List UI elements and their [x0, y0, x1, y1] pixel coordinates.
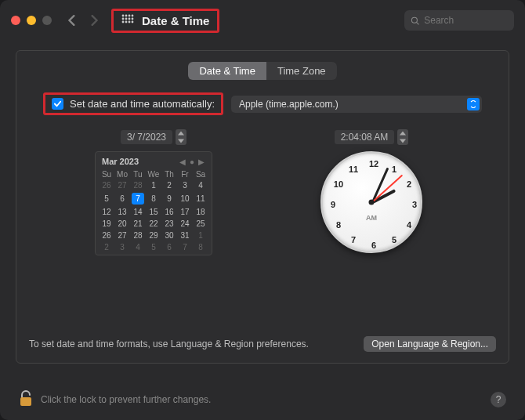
clock-number: 11 [349, 165, 358, 174]
svg-point-12 [411, 17, 417, 23]
show-all-icon[interactable] [121, 14, 134, 27]
forward-button[interactable] [86, 13, 102, 28]
calendar-day[interactable]: 9 [161, 191, 177, 206]
svg-point-10 [129, 21, 131, 24]
minimize-window-button[interactable] [27, 16, 36, 25]
cal-today-icon[interactable]: ● [188, 158, 196, 165]
calendar-day[interactable]: 26 [99, 230, 114, 241]
search-icon [411, 16, 419, 26]
clock-number: 4 [407, 220, 411, 230]
back-button[interactable] [64, 13, 80, 28]
calendar-day[interactable]: 22 [146, 218, 161, 230]
calendar-day[interactable]: 8 [193, 241, 208, 253]
auto-time-highlight: Set date and time automatically: [43, 92, 223, 115]
lock-hint-text: Click the lock to prevent further change… [41, 394, 211, 405]
date-field[interactable]: 3/ 7/2023 [121, 130, 172, 144]
calendar-day[interactable]: 8 [146, 191, 161, 206]
cal-prev-icon[interactable]: ◀ [179, 158, 186, 165]
calendar-day[interactable]: 4 [130, 241, 146, 253]
calendar-day[interactable]: 25 [193, 218, 208, 230]
calendar-day[interactable]: 10 [177, 191, 193, 206]
time-server-combo[interactable]: Apple (time.apple.com.) [231, 96, 482, 113]
calendar-dow: Mo [114, 169, 130, 179]
calendar-day[interactable]: 1 [146, 179, 161, 191]
date-stepper[interactable] [176, 129, 186, 145]
svg-point-3 [132, 15, 134, 17]
svg-point-8 [122, 21, 125, 24]
time-stepper[interactable] [397, 129, 408, 145]
svg-point-1 [125, 15, 128, 17]
calendar-day[interactable]: 21 [130, 218, 146, 230]
calendar-day[interactable]: 16 [161, 206, 177, 218]
clock-number: 9 [331, 200, 335, 209]
window-controls [11, 16, 52, 25]
close-window-button[interactable] [11, 16, 20, 25]
calendar-day[interactable]: 27 [114, 179, 130, 191]
search-input[interactable] [424, 15, 508, 26]
clock-number: 12 [369, 159, 378, 168]
clock-number: 1 [392, 165, 396, 174]
clock-number: 6 [371, 241, 376, 250]
calendar-day[interactable]: 13 [114, 206, 130, 218]
help-button[interactable]: ? [491, 392, 506, 407]
calendar-day[interactable]: 2 [99, 241, 114, 253]
svg-rect-14 [20, 397, 31, 406]
calendar-day[interactable]: 20 [114, 218, 130, 230]
auto-time-checkbox[interactable] [52, 98, 63, 110]
calendar-day[interactable]: 23 [161, 218, 177, 230]
calendar-day[interactable]: 28 [130, 230, 146, 241]
clock-number: 5 [392, 235, 396, 244]
calendar-grid: SuMoTuWeThFrSa 2627281234567891011121314… [99, 169, 208, 253]
clock-number: 10 [334, 179, 343, 189]
calendar-day[interactable]: 7 [130, 191, 146, 206]
calendar-day[interactable]: 15 [146, 206, 161, 218]
calendar-day[interactable]: 1 [193, 230, 208, 241]
search-field[interactable] [404, 10, 514, 31]
calendar-day[interactable]: 6 [161, 241, 177, 253]
svg-point-5 [125, 18, 128, 20]
calendar-day[interactable]: 17 [177, 206, 193, 218]
calendar-day[interactable]: 31 [177, 230, 193, 241]
calendar-day[interactable]: 14 [130, 206, 146, 218]
clock-pin [369, 200, 375, 205]
calendar-day[interactable]: 28 [130, 179, 146, 191]
analog-clock: AM 121234567891011 [320, 151, 422, 253]
clock-number: 2 [407, 179, 411, 189]
open-language-region-button[interactable]: Open Language & Region... [364, 336, 496, 352]
calendar[interactable]: Mar 2023 ◀ ● ▶ SuMoTuWeThFrSa 2627281234… [95, 151, 212, 255]
tab-time-zone[interactable]: Time Zone [266, 62, 337, 80]
calendar-day[interactable]: 12 [99, 206, 114, 218]
calendar-day[interactable]: 3 [177, 179, 193, 191]
calendar-dow: Su [99, 169, 114, 179]
calendar-day[interactable]: 2 [161, 179, 177, 191]
clock-ampm: AM [366, 214, 377, 222]
svg-point-11 [132, 21, 134, 24]
lock-icon[interactable] [19, 389, 33, 409]
format-hint-text: To set date and time formats, use Langua… [29, 339, 309, 349]
cal-next-icon[interactable]: ▶ [197, 158, 205, 165]
svg-point-4 [122, 18, 125, 20]
combo-chevron-icon [467, 98, 480, 110]
time-field[interactable]: 2:04:08 AM [335, 130, 395, 144]
calendar-day[interactable]: 19 [99, 218, 114, 230]
calendar-day[interactable]: 26 [99, 179, 114, 191]
titlebar: Date & Time [0, 0, 525, 41]
date-column: 3/ 7/2023 Mar 2023 ◀ ● ▶ [60, 129, 247, 255]
calendar-day[interactable]: 5 [99, 191, 114, 206]
calendar-day[interactable]: 18 [193, 206, 208, 218]
calendar-dow: Th [161, 169, 177, 179]
calendar-day[interactable]: 5 [146, 241, 161, 253]
calendar-day[interactable]: 6 [114, 191, 130, 206]
tab-date-time[interactable]: Date & Time [188, 62, 266, 80]
calendar-day[interactable]: 4 [193, 179, 208, 191]
svg-point-9 [125, 21, 128, 24]
clock-number: 7 [351, 235, 356, 244]
calendar-day[interactable]: 27 [114, 230, 130, 241]
calendar-day[interactable]: 30 [161, 230, 177, 241]
calendar-day[interactable]: 29 [146, 230, 161, 241]
calendar-day[interactable]: 3 [114, 241, 130, 253]
calendar-day[interactable]: 24 [177, 218, 193, 230]
calendar-day[interactable]: 11 [193, 191, 208, 206]
calendar-day[interactable]: 7 [177, 241, 193, 253]
calendar-dow: Fr [177, 169, 193, 179]
